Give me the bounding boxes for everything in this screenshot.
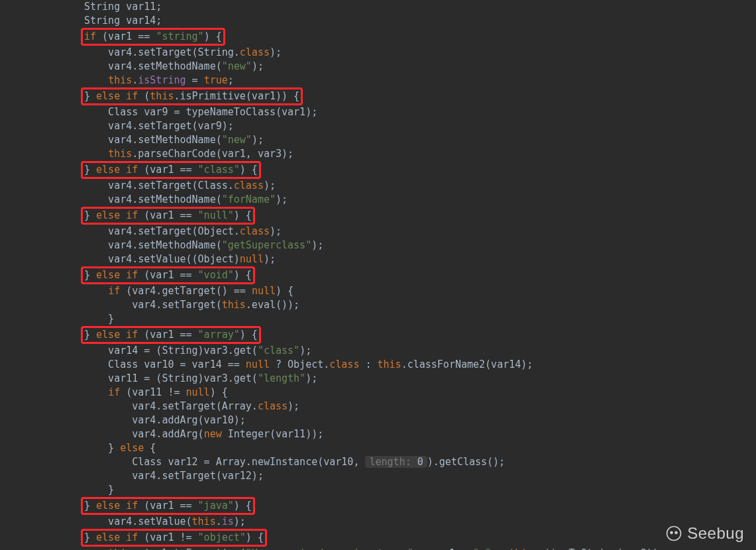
svg-point-2 <box>675 532 677 534</box>
highlight-box: } else if (var1 == "null") { <box>81 207 255 225</box>
svg-point-0 <box>667 527 681 541</box>
highlight-box: } else if (var1 == "class") { <box>81 161 261 179</box>
highlight-box: } else if (var1 == "void") { <box>81 266 255 284</box>
svg-point-1 <box>671 532 673 534</box>
param-hint: length: 0 <box>365 456 427 468</box>
watermark-text: Seebug <box>687 522 744 545</box>
code-block: String var11; String var14; if (var1 == … <box>0 0 756 550</box>
bug-icon <box>665 524 683 543</box>
highlight-box: } else if (this.isPrimitive(var1)) { <box>81 87 303 105</box>
highlight-box: } else if (var1 == "array") { <box>81 326 261 344</box>
code-editor: String var11; String var14; if (var1 == … <box>0 0 756 550</box>
highlight-box: } else if (var1 == "java") { <box>81 497 255 515</box>
highlight-box: if (var1 == "string") { <box>81 28 225 46</box>
line: String var11; <box>84 1 162 13</box>
watermark-logo: Seebug <box>665 522 744 545</box>
highlight-box: } else if (var1 != "object") { <box>81 529 267 547</box>
line: String var14; <box>84 15 162 27</box>
